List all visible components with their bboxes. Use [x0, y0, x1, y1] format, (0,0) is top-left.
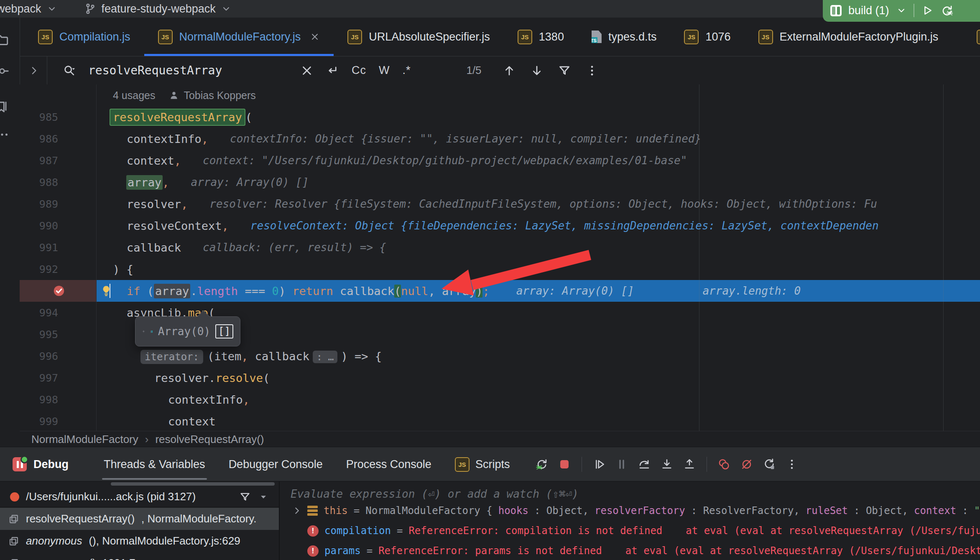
newline-icon[interactable] [325, 64, 339, 78]
breakpoint-hit-icon[interactable] [52, 284, 66, 298]
code-editor[interactable]: 4 usagesTobias Koppers985resolveRequestA… [20, 84, 980, 431]
expand-search-icon[interactable] [28, 64, 40, 77]
code-line-987: 987context,context: "/Users/fujunkui/Des… [20, 150, 980, 171]
debug-tab-threads-variables[interactable]: Threads & Variables [92, 447, 217, 481]
action-step-into-button[interactable] [657, 456, 676, 473]
action-rerun-debug-button[interactable] [532, 456, 551, 473]
variable-text: = [367, 545, 373, 557]
action-step-over-button[interactable] [635, 456, 654, 473]
folder-icon[interactable] [0, 33, 10, 48]
run-button[interactable] [921, 4, 934, 17]
action-stop-button[interactable] [555, 456, 574, 473]
tab-partial[interactable]: JS [963, 18, 980, 56]
code-text: array, [113, 176, 169, 189]
debug-label: Debug [33, 458, 69, 471]
code-line-999: 999context [20, 410, 980, 431]
frame-label: , NormalModuleFactory. [141, 512, 257, 525]
line-number: 987 [20, 155, 58, 167]
breadcrumb-item[interactable]: NormalModuleFactory [31, 433, 138, 446]
branch-selector[interactable]: feature-study-webpack [84, 3, 232, 15]
bookmarks-icon[interactable] [0, 99, 10, 115]
code-token: ( [245, 111, 252, 124]
words-toggle[interactable]: W [379, 64, 390, 77]
more-options-icon[interactable] [585, 64, 599, 78]
frame-label: anonymous [26, 557, 82, 560]
action-reset-frame-button[interactable] [760, 456, 779, 473]
project-selector[interactable]: webpack [0, 3, 57, 15]
debug-tab-process-console[interactable]: Process Console [334, 447, 443, 481]
gutter-cell: 988 [20, 171, 96, 193]
frames-panel: /Users/fujunkui......ack.js (pid 3127) r… [0, 481, 280, 560]
add-watch-icon[interactable] [142, 326, 145, 337]
variable-row[interactable]: this = NormalModuleFactory {hooks: Objec… [280, 501, 980, 521]
mute-breakpoints-icon [740, 458, 753, 471]
line-number: 991 [20, 242, 58, 254]
tab-1076[interactable]: JS1076 [670, 18, 744, 56]
variable-row[interactable]: !compilation = ReferenceError: compilati… [280, 521, 980, 541]
usages-hint[interactable]: 4 usages [113, 89, 155, 102]
variable-text: resolverFactory [595, 505, 685, 517]
debug-toolbar: Debug Threads & VariablesDebugger Consol… [0, 447, 980, 481]
tab-externalmodulefactoryplugin-js[interactable]: JSExternalModuleFactoryPlugin.js [745, 18, 952, 56]
editor-tab-bar: JSCompilation.jsJSNormalModuleFactory.js… [20, 18, 980, 56]
filter-icon[interactable] [557, 64, 572, 78]
code-token: === [245, 285, 265, 298]
action-resume-button[interactable] [590, 456, 609, 473]
more-horizontal-icon[interactable] [0, 127, 10, 142]
variable-text: ReferenceError: compilation is not defin… [408, 525, 662, 537]
frame-row[interactable]: resolveRequestArray(), NormalModuleFacto… [0, 508, 279, 530]
debug-tab-scripts[interactable]: JSScripts [443, 447, 522, 481]
code-token: ; [482, 285, 489, 298]
tab-normalmodulefactory-js[interactable]: JSNormalModuleFactory.js [144, 18, 334, 56]
search-icon[interactable] [62, 64, 77, 78]
code-line-content: if (array.length === 0) return callback(… [96, 280, 980, 302]
frame-label: anonymous [26, 535, 82, 547]
variable-row[interactable]: !params = ReferenceError: params is not … [280, 541, 980, 560]
breadcrumb-item[interactable]: resolveRequestArray() [155, 433, 264, 446]
commit-icon[interactable] [0, 64, 10, 79]
splitter-handle[interactable] [111, 482, 275, 486]
tooltip-value-chip: [] [215, 324, 233, 339]
close-tab-icon[interactable] [310, 32, 320, 42]
inline-debugger-hint: contextInfo: Object {issuer: "", issuerL… [230, 132, 701, 145]
action-more-button[interactable] [782, 456, 801, 473]
action-view-breakpoints-button[interactable] [715, 456, 734, 473]
clear-search-icon[interactable] [300, 64, 314, 78]
debug-tool-window-title[interactable]: Debug [13, 457, 69, 471]
session-selector[interactable]: /Users/fujunkui......ack.js (pid 3127) [0, 486, 279, 507]
dropdown-icon[interactable] [258, 491, 269, 502]
action-mute-breakpoints-button[interactable] [737, 456, 756, 473]
tab-compilation-js[interactable]: JSCompilation.js [24, 18, 144, 56]
action-step-out-button[interactable] [680, 456, 699, 473]
match-case-toggle[interactable]: Cc [352, 64, 366, 77]
author-hint[interactable]: Tobias Koppers [184, 89, 255, 102]
debug-tab-debugger-console[interactable]: Debugger Console [217, 447, 334, 481]
frame-row[interactable]: anonymous(), 1001:7 [0, 552, 279, 560]
intention-bulb-icon[interactable] [100, 284, 113, 298]
expand-icon[interactable] [291, 505, 302, 516]
js-file-icon: JS [977, 30, 980, 44]
frame-row[interactable]: anonymous(), NormalModuleFactory.js:629 [0, 530, 279, 552]
code-token: ) [279, 285, 293, 298]
js-file-icon: JS [158, 30, 173, 44]
code-text: contextInfo, [113, 132, 208, 145]
code-token: , [241, 350, 248, 363]
filter-frames-icon[interactable] [239, 491, 251, 503]
tab-types-d-ts[interactable]: TStypes.d.ts [578, 18, 671, 56]
search-input[interactable]: resolveRequestArray [88, 64, 289, 77]
regex-toggle[interactable]: .* [402, 64, 411, 77]
tab-urlabsolutespecifier-js[interactable]: JSURLAbsoluteSpecifier.js [334, 18, 504, 56]
gutter-cell: 996 [20, 345, 96, 367]
line-number: 992 [20, 263, 58, 275]
next-match-button[interactable] [530, 64, 544, 78]
action-pause-button[interactable] [612, 456, 631, 473]
tab-1380[interactable]: JS1380 [504, 18, 578, 56]
debug-restart-icon[interactable] [940, 4, 954, 17]
code-token: ) => { [341, 350, 382, 363]
debug-tab-label: Scripts [475, 458, 510, 471]
gutter-cell: 994 [20, 302, 96, 323]
tooltip-value: Array(0) [158, 325, 210, 338]
debug-icon [13, 457, 27, 471]
code-token: resolve [215, 372, 263, 384]
previous-match-button[interactable] [502, 64, 516, 78]
